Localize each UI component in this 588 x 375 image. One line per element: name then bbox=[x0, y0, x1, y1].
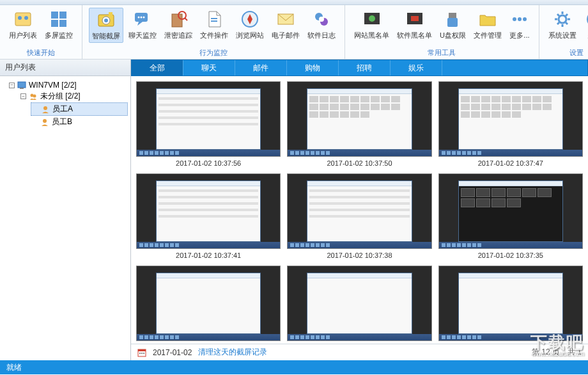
screenshot-image bbox=[287, 266, 431, 341]
ribbon-group: 用户列表多屏监控快速开始 bbox=[0, 5, 82, 59]
svg-rect-36 bbox=[18, 82, 26, 88]
site-blacklist-btn[interactable]: 网站黑名单 bbox=[352, 8, 392, 42]
soft-blacklist-btn[interactable]: 软件黑名单 bbox=[394, 8, 435, 42]
svg-rect-37 bbox=[20, 88, 24, 89]
person-icon bbox=[41, 105, 50, 114]
clear-records-link[interactable]: 清理这天的截屏记录 bbox=[198, 347, 267, 358]
screenshot-image bbox=[287, 81, 431, 157]
folder-icon bbox=[477, 9, 498, 29]
svg-rect-5 bbox=[51, 20, 58, 27]
ribbon-group: 网站黑名单软件黑名单U盘权限文件管理更多...常用工具 bbox=[345, 5, 539, 59]
screenshot-thumb[interactable]: 2017-01-02 10:37:25 bbox=[438, 266, 583, 344]
svg-rect-0 bbox=[15, 13, 31, 26]
tab-mail[interactable]: 邮件 bbox=[235, 60, 287, 76]
filter-tabs: 全部聊天邮件购物招聘娱乐 bbox=[131, 60, 588, 76]
trace-icon bbox=[168, 9, 189, 29]
info-icon: i bbox=[584, 9, 588, 29]
tree-user-label: 员工A bbox=[52, 104, 73, 115]
ribbon-btn-label: 浏览网站 bbox=[236, 31, 264, 40]
svg-rect-4 bbox=[59, 12, 66, 19]
svg-point-30 bbox=[513, 17, 516, 21]
ribbon-btn-label: 文件管理 bbox=[474, 31, 502, 40]
screenshot-timestamp: 2017-01-02 10:37:38 bbox=[327, 251, 392, 259]
svg-point-33 bbox=[559, 15, 566, 23]
svg-point-40 bbox=[43, 106, 47, 110]
tree-user-user-a[interactable]: 员工A bbox=[31, 102, 128, 116]
compass-icon bbox=[240, 9, 260, 29]
tree-root-label: WIN7VM [2/2] bbox=[29, 81, 77, 90]
ribbon-group: 系统设置i关于设置 bbox=[539, 5, 588, 59]
tree-user-label: 员工B bbox=[52, 116, 72, 127]
mail-icon bbox=[275, 9, 296, 29]
software-log-btn[interactable]: 软件日志 bbox=[305, 8, 338, 43]
svg-point-14 bbox=[143, 17, 145, 19]
ribbon-btn-label: 软件日志 bbox=[307, 31, 336, 40]
calendar-icon[interactable] bbox=[137, 348, 146, 357]
status-text: 就绪 bbox=[6, 362, 22, 373]
more-btn[interactable]: 更多... bbox=[507, 8, 532, 42]
svg-rect-43 bbox=[138, 349, 146, 351]
tree-root[interactable]: − WIN7VM [2/2] bbox=[8, 80, 128, 90]
tree-user-user-b[interactable]: 员工B bbox=[31, 116, 128, 128]
svg-rect-46 bbox=[143, 353, 144, 354]
svg-rect-6 bbox=[59, 20, 66, 27]
screenshot-thumb[interactable]: 2017-01-02 10:37:28 bbox=[287, 266, 431, 344]
sw-icon bbox=[311, 9, 332, 29]
tab-shop[interactable]: 购物 bbox=[287, 60, 339, 76]
file-op-btn[interactable]: 文件操作 bbox=[197, 8, 231, 43]
email-btn[interactable]: 电子邮件 bbox=[269, 8, 302, 43]
tree-users: 员工A员工B bbox=[19, 102, 128, 128]
ribbon-btn-label: 聊天监控 bbox=[128, 31, 157, 40]
computer-icon bbox=[17, 81, 26, 90]
sidebar: 用户列表 − WIN7VM [2/2] − 未分组 [2 bbox=[0, 60, 131, 360]
collapse-icon[interactable]: − bbox=[9, 83, 15, 88]
about-btn[interactable]: i关于 bbox=[582, 8, 588, 42]
svg-rect-3 bbox=[51, 12, 58, 19]
screenshot-image bbox=[287, 173, 431, 249]
leak-trace-btn[interactable]: 泄密追踪 bbox=[162, 8, 195, 43]
svg-point-41 bbox=[43, 119, 47, 123]
more-icon bbox=[509, 9, 530, 29]
page-indicator: 第 12 页，共 1 bbox=[532, 347, 582, 358]
svg-rect-29 bbox=[447, 18, 458, 27]
screenshot-timestamp: 2017-01-02 10:37:41 bbox=[176, 251, 241, 259]
svg-point-9 bbox=[104, 19, 108, 22]
svg-point-2 bbox=[24, 16, 28, 20]
footer-date[interactable]: 2017-01-02 bbox=[153, 348, 192, 357]
group-icon bbox=[29, 92, 38, 101]
svg-point-23 bbox=[319, 17, 324, 22]
svg-rect-10 bbox=[109, 12, 112, 15]
screenshot-thumb[interactable]: 2017-01-02 10:37:47 bbox=[438, 81, 583, 167]
screenshot-thumb[interactable]: 2017-01-02 10:37:38 bbox=[287, 173, 431, 259]
tab-all[interactable]: 全部 bbox=[132, 60, 183, 76]
ribbon-btn-label: 多屏监控 bbox=[45, 31, 73, 40]
smart-capture-btn[interactable]: 智能截屏 bbox=[89, 8, 123, 43]
svg-point-1 bbox=[18, 16, 22, 20]
collapse-icon[interactable]: − bbox=[20, 93, 26, 99]
chat-monitor-btn[interactable]: 聊天监控 bbox=[126, 8, 159, 43]
screenshot-thumb[interactable]: 2017-01-02 10:37:35 bbox=[438, 173, 583, 259]
ribbon-btn-label: 更多... bbox=[509, 31, 529, 40]
screenshot-thumb[interactable]: 2017-01-02 10:37:41 bbox=[136, 173, 281, 259]
file-manage-btn[interactable]: 文件管理 bbox=[471, 8, 504, 42]
screenshot-grid-area[interactable]: 2017-01-02 10:37:562017-01-02 10:37:5020… bbox=[131, 76, 588, 344]
screenshot-thumb[interactable]: 2017-01-02 10:37:56 bbox=[136, 81, 281, 167]
sys-settings-btn[interactable]: 系统设置 bbox=[546, 8, 579, 42]
tree-group[interactable]: − 未分组 [2/2] bbox=[19, 90, 128, 102]
file-icon bbox=[204, 9, 224, 29]
swbl-icon bbox=[405, 9, 425, 29]
browse-site-btn[interactable]: 浏览网站 bbox=[233, 8, 267, 43]
screenshot-thumb[interactable]: 2017-01-02 10:37:50 bbox=[287, 81, 431, 167]
ribbon-btn-label: 用户列表 bbox=[9, 31, 37, 40]
user-list-btn[interactable]: 用户列表 bbox=[6, 8, 40, 42]
screenshot-timestamp: 2017-01-02 10:37:47 bbox=[478, 159, 543, 167]
screenshot-thumb[interactable]: 2017-01-02 10:37:31 bbox=[136, 266, 281, 344]
svg-rect-28 bbox=[449, 13, 456, 18]
ribbon-btn-label: 系统设置 bbox=[548, 31, 576, 40]
tab-ent[interactable]: 娱乐 bbox=[391, 60, 442, 76]
tab-chat[interactable]: 聊天 bbox=[183, 60, 235, 76]
status-bar: 就绪 bbox=[0, 360, 588, 374]
usb-perm-btn[interactable]: U盘权限 bbox=[437, 8, 468, 42]
multi-screen-btn[interactable]: 多屏监控 bbox=[42, 8, 75, 42]
tab-recruit[interactable]: 招聘 bbox=[339, 60, 391, 76]
